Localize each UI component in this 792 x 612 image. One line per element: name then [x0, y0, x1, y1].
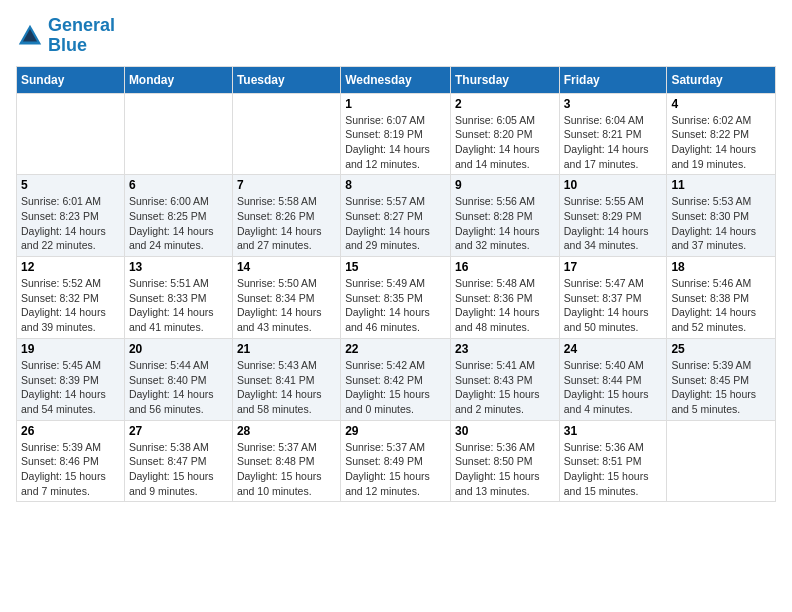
calendar-table: SundayMondayTuesdayWednesdayThursdayFrid… [16, 66, 776, 503]
day-info: Sunrise: 5:48 AM Sunset: 8:36 PM Dayligh… [455, 276, 555, 335]
calendar-cell: 23Sunrise: 5:41 AM Sunset: 8:43 PM Dayli… [450, 338, 559, 420]
day-number: 24 [564, 342, 663, 356]
day-number: 6 [129, 178, 228, 192]
calendar-cell: 10Sunrise: 5:55 AM Sunset: 8:29 PM Dayli… [559, 175, 667, 257]
day-info: Sunrise: 5:58 AM Sunset: 8:26 PM Dayligh… [237, 194, 336, 253]
day-info: Sunrise: 6:01 AM Sunset: 8:23 PM Dayligh… [21, 194, 120, 253]
calendar-cell: 27Sunrise: 5:38 AM Sunset: 8:47 PM Dayli… [124, 420, 232, 502]
calendar-header-row: SundayMondayTuesdayWednesdayThursdayFrid… [17, 66, 776, 93]
calendar-header-thursday: Thursday [450, 66, 559, 93]
calendar-cell: 20Sunrise: 5:44 AM Sunset: 8:40 PM Dayli… [124, 338, 232, 420]
logo: General Blue [16, 16, 115, 56]
calendar-cell: 5Sunrise: 6:01 AM Sunset: 8:23 PM Daylig… [17, 175, 125, 257]
calendar-header-monday: Monday [124, 66, 232, 93]
calendar-cell: 9Sunrise: 5:56 AM Sunset: 8:28 PM Daylig… [450, 175, 559, 257]
calendar-cell: 11Sunrise: 5:53 AM Sunset: 8:30 PM Dayli… [667, 175, 776, 257]
calendar-cell: 18Sunrise: 5:46 AM Sunset: 8:38 PM Dayli… [667, 257, 776, 339]
day-info: Sunrise: 5:56 AM Sunset: 8:28 PM Dayligh… [455, 194, 555, 253]
day-number: 29 [345, 424, 446, 438]
calendar-header-friday: Friday [559, 66, 667, 93]
day-number: 7 [237, 178, 336, 192]
day-number: 23 [455, 342, 555, 356]
day-info: Sunrise: 6:04 AM Sunset: 8:21 PM Dayligh… [564, 113, 663, 172]
calendar-header-wednesday: Wednesday [341, 66, 451, 93]
day-number: 17 [564, 260, 663, 274]
day-number: 15 [345, 260, 446, 274]
calendar-header-sunday: Sunday [17, 66, 125, 93]
day-number: 16 [455, 260, 555, 274]
calendar-cell: 16Sunrise: 5:48 AM Sunset: 8:36 PM Dayli… [450, 257, 559, 339]
day-info: Sunrise: 5:55 AM Sunset: 8:29 PM Dayligh… [564, 194, 663, 253]
calendar-cell [124, 93, 232, 175]
calendar-cell: 24Sunrise: 5:40 AM Sunset: 8:44 PM Dayli… [559, 338, 667, 420]
day-info: Sunrise: 5:41 AM Sunset: 8:43 PM Dayligh… [455, 358, 555, 417]
day-number: 18 [671, 260, 771, 274]
calendar-cell: 29Sunrise: 5:37 AM Sunset: 8:49 PM Dayli… [341, 420, 451, 502]
logo-blue: Blue [48, 35, 87, 55]
day-info: Sunrise: 5:44 AM Sunset: 8:40 PM Dayligh… [129, 358, 228, 417]
calendar-cell [232, 93, 340, 175]
day-info: Sunrise: 5:36 AM Sunset: 8:51 PM Dayligh… [564, 440, 663, 499]
day-number: 12 [21, 260, 120, 274]
day-info: Sunrise: 5:53 AM Sunset: 8:30 PM Dayligh… [671, 194, 771, 253]
day-info: Sunrise: 6:02 AM Sunset: 8:22 PM Dayligh… [671, 113, 771, 172]
day-info: Sunrise: 5:57 AM Sunset: 8:27 PM Dayligh… [345, 194, 446, 253]
logo-text: General Blue [48, 16, 115, 56]
calendar-header-saturday: Saturday [667, 66, 776, 93]
calendar-cell: 17Sunrise: 5:47 AM Sunset: 8:37 PM Dayli… [559, 257, 667, 339]
day-number: 8 [345, 178, 446, 192]
day-number: 26 [21, 424, 120, 438]
day-number: 4 [671, 97, 771, 111]
calendar-cell: 7Sunrise: 5:58 AM Sunset: 8:26 PM Daylig… [232, 175, 340, 257]
calendar-week-2: 5Sunrise: 6:01 AM Sunset: 8:23 PM Daylig… [17, 175, 776, 257]
day-number: 21 [237, 342, 336, 356]
day-info: Sunrise: 5:45 AM Sunset: 8:39 PM Dayligh… [21, 358, 120, 417]
day-number: 30 [455, 424, 555, 438]
calendar-cell: 3Sunrise: 6:04 AM Sunset: 8:21 PM Daylig… [559, 93, 667, 175]
day-info: Sunrise: 5:52 AM Sunset: 8:32 PM Dayligh… [21, 276, 120, 335]
day-info: Sunrise: 5:42 AM Sunset: 8:42 PM Dayligh… [345, 358, 446, 417]
day-info: Sunrise: 5:50 AM Sunset: 8:34 PM Dayligh… [237, 276, 336, 335]
calendar-week-4: 19Sunrise: 5:45 AM Sunset: 8:39 PM Dayli… [17, 338, 776, 420]
day-number: 11 [671, 178, 771, 192]
day-number: 19 [21, 342, 120, 356]
day-number: 20 [129, 342, 228, 356]
calendar-cell: 14Sunrise: 5:50 AM Sunset: 8:34 PM Dayli… [232, 257, 340, 339]
day-info: Sunrise: 5:43 AM Sunset: 8:41 PM Dayligh… [237, 358, 336, 417]
day-number: 31 [564, 424, 663, 438]
calendar-cell [667, 420, 776, 502]
calendar-cell: 2Sunrise: 6:05 AM Sunset: 8:20 PM Daylig… [450, 93, 559, 175]
day-info: Sunrise: 6:00 AM Sunset: 8:25 PM Dayligh… [129, 194, 228, 253]
calendar-cell: 1Sunrise: 6:07 AM Sunset: 8:19 PM Daylig… [341, 93, 451, 175]
day-info: Sunrise: 5:46 AM Sunset: 8:38 PM Dayligh… [671, 276, 771, 335]
calendar-cell: 6Sunrise: 6:00 AM Sunset: 8:25 PM Daylig… [124, 175, 232, 257]
day-number: 3 [564, 97, 663, 111]
calendar-week-5: 26Sunrise: 5:39 AM Sunset: 8:46 PM Dayli… [17, 420, 776, 502]
calendar-cell: 21Sunrise: 5:43 AM Sunset: 8:41 PM Dayli… [232, 338, 340, 420]
calendar-cell: 13Sunrise: 5:51 AM Sunset: 8:33 PM Dayli… [124, 257, 232, 339]
day-info: Sunrise: 6:05 AM Sunset: 8:20 PM Dayligh… [455, 113, 555, 172]
day-number: 22 [345, 342, 446, 356]
day-info: Sunrise: 5:36 AM Sunset: 8:50 PM Dayligh… [455, 440, 555, 499]
day-number: 10 [564, 178, 663, 192]
day-info: Sunrise: 5:51 AM Sunset: 8:33 PM Dayligh… [129, 276, 228, 335]
day-info: Sunrise: 5:39 AM Sunset: 8:45 PM Dayligh… [671, 358, 771, 417]
calendar-week-1: 1Sunrise: 6:07 AM Sunset: 8:19 PM Daylig… [17, 93, 776, 175]
calendar-cell: 31Sunrise: 5:36 AM Sunset: 8:51 PM Dayli… [559, 420, 667, 502]
calendar-cell: 26Sunrise: 5:39 AM Sunset: 8:46 PM Dayli… [17, 420, 125, 502]
page-header: General Blue [16, 16, 776, 56]
day-number: 13 [129, 260, 228, 274]
day-info: Sunrise: 5:37 AM Sunset: 8:49 PM Dayligh… [345, 440, 446, 499]
calendar-cell: 12Sunrise: 5:52 AM Sunset: 8:32 PM Dayli… [17, 257, 125, 339]
calendar-cell: 4Sunrise: 6:02 AM Sunset: 8:22 PM Daylig… [667, 93, 776, 175]
day-info: Sunrise: 5:49 AM Sunset: 8:35 PM Dayligh… [345, 276, 446, 335]
day-number: 25 [671, 342, 771, 356]
day-number: 2 [455, 97, 555, 111]
day-info: Sunrise: 5:37 AM Sunset: 8:48 PM Dayligh… [237, 440, 336, 499]
calendar-cell [17, 93, 125, 175]
day-info: Sunrise: 5:39 AM Sunset: 8:46 PM Dayligh… [21, 440, 120, 499]
day-info: Sunrise: 5:40 AM Sunset: 8:44 PM Dayligh… [564, 358, 663, 417]
logo-general: General [48, 15, 115, 35]
day-number: 28 [237, 424, 336, 438]
calendar-cell: 30Sunrise: 5:36 AM Sunset: 8:50 PM Dayli… [450, 420, 559, 502]
